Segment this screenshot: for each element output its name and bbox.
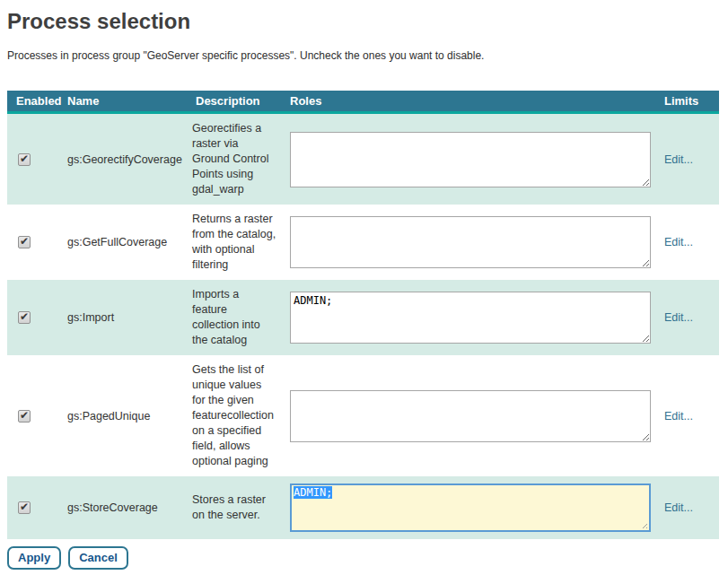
process-description: Imports a feature collection into the ca… — [184, 280, 285, 355]
enabled-checkbox[interactable] — [18, 236, 31, 248]
limits-cell: Edit... — [659, 501, 719, 514]
roles-textarea[interactable]: ADMIN; — [290, 292, 651, 344]
process-description: Gets the list of unique values for the g… — [184, 355, 285, 476]
selected-text: ADMIN; — [294, 486, 332, 499]
limits-edit-link[interactable]: Edit... — [664, 501, 693, 514]
limits-cell: Edit... — [659, 153, 719, 166]
roles-textarea[interactable] — [290, 216, 651, 268]
process-name: gs:Import — [59, 311, 184, 324]
process-name: gs:GeorectifyCoverage — [59, 153, 184, 166]
table-header-row: Enabled Name Description Roles Limits — [7, 91, 719, 114]
enabled-checkbox[interactable] — [18, 501, 31, 514]
page-title: Process selection — [7, 9, 721, 34]
roles-cell — [285, 383, 659, 449]
header-description: Description — [184, 94, 285, 108]
roles-textarea-focused[interactable]: ADMIN; — [290, 484, 651, 532]
enabled-cell — [7, 236, 59, 249]
page-subtitle: Processes in process group "GeoServer sp… — [7, 49, 721, 62]
button-bar: Apply Cancel — [7, 546, 721, 570]
header-name: Name — [59, 94, 184, 108]
process-name: gs:PagedUnique — [59, 410, 184, 423]
header-roles: Roles — [285, 94, 659, 108]
roles-cell — [285, 125, 659, 195]
table-row: gs:StoreCoverage Stores a raster on the … — [7, 476, 719, 539]
process-name: gs:GetFullCoverage — [59, 236, 184, 248]
enabled-checkbox[interactable] — [18, 153, 31, 166]
limits-edit-link[interactable]: Edit... — [664, 236, 693, 248]
table-row: gs:GeorectifyCoverage Georectifies a ras… — [7, 114, 719, 205]
table-row: gs:Import Imports a feature collection i… — [7, 280, 719, 355]
limits-cell: Edit... — [659, 311, 719, 324]
header-enabled: Enabled — [7, 94, 59, 108]
process-description: Returns a raster from the catalog, with … — [184, 205, 285, 280]
enabled-checkbox[interactable] — [18, 410, 31, 423]
table-body: gs:GeorectifyCoverage Georectifies a ras… — [7, 114, 719, 539]
table-row: gs:GetFullCoverage Returns a raster from… — [7, 205, 719, 280]
enabled-checkbox[interactable] — [18, 311, 31, 324]
enabled-cell — [7, 152, 59, 166]
limits-cell: Edit... — [659, 410, 719, 423]
enabled-cell — [7, 501, 59, 515]
process-name: gs:StoreCoverage — [59, 501, 184, 514]
limits-cell: Edit... — [659, 236, 719, 248]
table-row: gs:PagedUnique Gets the list of unique v… — [7, 355, 719, 476]
apply-button[interactable]: Apply — [7, 546, 61, 570]
enabled-cell — [7, 311, 59, 325]
process-table: Enabled Name Description Roles Limits gs… — [7, 91, 719, 539]
enabled-cell — [7, 409, 59, 423]
roles-cell: ADMIN; — [285, 476, 659, 539]
process-description: Georectifies a raster via Ground Control… — [184, 114, 285, 205]
limits-edit-link[interactable]: Edit... — [664, 410, 693, 423]
limits-edit-link[interactable]: Edit... — [664, 311, 693, 324]
roles-cell — [285, 209, 659, 275]
roles-textarea[interactable] — [290, 132, 651, 187]
cancel-button[interactable]: Cancel — [68, 546, 128, 570]
roles-cell: ADMIN; — [285, 284, 659, 351]
process-description: Stores a raster on the server. — [184, 485, 285, 530]
resize-grip-icon[interactable] — [640, 521, 647, 528]
limits-edit-link[interactable]: Edit... — [664, 153, 693, 166]
header-limits: Limits — [659, 94, 719, 108]
roles-textarea[interactable] — [290, 390, 651, 442]
